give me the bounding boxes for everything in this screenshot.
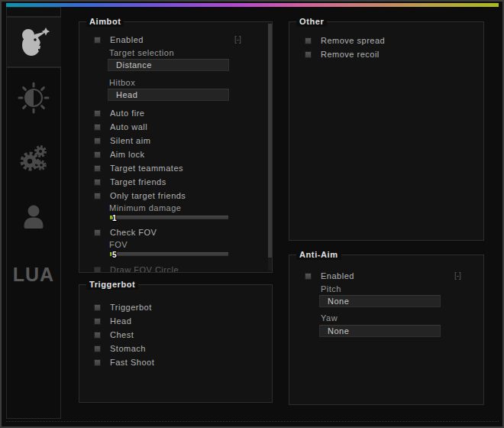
pitch-label: Pitch [321,284,341,293]
checkbox-row-trigger-chest[interactable]: Chest [94,331,134,339]
target-selection-dropdown[interactable]: Distance [108,59,229,71]
checkbox-row-only-target-friends[interactable]: Only target friends [94,192,186,200]
sun-icon [17,81,50,115]
checkbox-label: Remove recoil [321,50,380,59]
sidebar-top-box [6,7,61,17]
checkbox-label: Only target friends [110,192,186,200]
yaw-label: Yaw [321,313,338,323]
checkbox[interactable] [94,359,101,366]
dropdown-value: None [328,297,349,306]
checkbox-row-target-friends[interactable]: Target friends [94,178,166,186]
checkbox-label: Head [110,317,131,326]
sidebar-tab-settings[interactable] [7,128,60,186]
checkbox[interactable] [305,51,312,58]
dropdown-value: Head [116,90,137,99]
checkbox-row-antiaim-enabled[interactable]: Enabled [305,272,354,280]
checkbox[interactable] [94,267,101,272]
yaw-dropdown[interactable]: None [319,325,441,337]
triggerbot-group: Triggerbot Head Chest Stomach Fast Shoot… [79,284,273,403]
checkbox-row-target-teammates[interactable]: Target teammates [94,164,183,173]
aimbot-group-title: Aimbot [86,17,124,27]
checkbox-label: Check FOV [110,229,157,237]
checkbox-label: Remove spread [321,37,385,45]
checkbox-label: Silent aim [110,137,150,145]
checkbox-label: Aim lock [110,151,145,159]
aimbot-group: Enabled [-] Target selection Distance Hi… [79,21,273,273]
gears-icon [18,142,49,173]
hitbox-dropdown[interactable]: Head [108,89,229,101]
checkbox-row-trigger-head[interactable]: Head [94,317,131,326]
sidebar-tab-visuals[interactable] [7,68,60,128]
checkbox[interactable] [94,165,101,172]
dropdown-value: Distance [116,60,152,70]
checkbox[interactable] [94,332,101,339]
rainbow-accent-bar [6,3,499,7]
checkbox-row-aim-lock[interactable]: Aim lock [94,151,145,159]
checkbox-row-remove-spread[interactable]: Remove spread [305,37,385,45]
checkbox[interactable] [305,273,312,280]
cheat-menu-window: LUA Enabled [-] Target selection Distanc… [0,0,504,428]
scrollbar-thumb[interactable] [268,24,272,258]
bottom-divider [6,421,499,422]
sidebar-tab-lua[interactable]: LUA [7,245,60,304]
pitch-dropdown[interactable]: None [319,295,441,307]
sidebar-tab-players[interactable] [7,186,60,245]
scrollbar-track[interactable] [268,24,272,271]
checkbox-row-silent-aim[interactable]: Silent aim [94,137,150,145]
checkbox[interactable] [94,318,101,325]
checkbox-row-triggerbot[interactable]: Triggerbot [94,303,152,312]
checkbox-label: Auto wall [110,123,147,131]
fov-value: 5 [112,251,117,260]
checkbox[interactable] [94,110,101,117]
checkbox[interactable] [94,179,101,186]
minimum-damage-value: 1 [112,214,117,223]
minimum-damage-slider[interactable] [110,216,228,219]
triggerbot-group-title: Triggerbot [86,280,138,290]
antiaim-hotkey-bind[interactable]: [-] [454,271,461,280]
checkbox-row-fast-shoot[interactable]: Fast Shoot [94,358,154,367]
checkbox[interactable] [94,193,101,199]
checkbox-label: Stomach [110,345,146,353]
checkbox[interactable] [94,124,101,131]
antiaim-group-title: Anti-Aim [296,250,341,260]
checkbox-row-aimbot-enabled[interactable]: Enabled [94,36,144,44]
fov-slider[interactable] [110,252,228,256]
checkbox[interactable] [94,345,101,352]
other-group: Remove spread Remove recoil Other [289,21,484,241]
other-group-title: Other [296,17,327,27]
dropdown-value: None [328,326,349,336]
checkbox-label: Target teammates [110,164,183,173]
checkbox[interactable] [94,304,101,311]
checkbox-row-auto-wall[interactable]: Auto wall [94,123,147,131]
checkbox[interactable] [305,37,312,44]
checkbox-label: Enabled [321,272,354,280]
checkbox[interactable] [94,138,101,144]
checkbox-row-remove-recoil[interactable]: Remove recoil [305,50,380,59]
checkbox-row-auto-fire[interactable]: Auto fire [94,109,144,118]
sidebar-tab-aimbot[interactable] [6,17,61,67]
checkbox-row-draw-fov-circle[interactable]: Draw FOV Circle [94,266,179,272]
checkbox[interactable] [94,229,101,236]
person-icon [19,202,48,231]
lua-tab-label: LUA [13,264,54,286]
checkbox-label: Enabled [110,36,144,44]
checkbox-label: Fast Shoot [110,358,154,367]
checkbox-label: Triggerbot [110,303,152,312]
target-selection-label: Target selection [109,48,174,57]
sidebar: LUA [6,67,61,419]
checkbox-label: Chest [110,331,134,339]
minimum-damage-label: Minimum damage [109,203,181,212]
hitbox-label: Hitbox [109,78,135,87]
checkbox[interactable] [94,37,101,44]
checkbox[interactable] [94,151,101,158]
checkbox-label: Draw FOV Circle [110,266,179,272]
checkbox-row-check-fov[interactable]: Check FOV [94,229,157,237]
checkbox-label: Auto fire [110,109,144,118]
aimbot-hotkey-bind[interactable]: [-] [234,35,241,44]
fov-label: FOV [109,240,128,249]
checkbox-label: Target friends [110,178,166,186]
antiaim-group: Enabled [-] Pitch None Yaw None Anti-Aim [289,255,484,405]
checkbox-row-trigger-stomach[interactable]: Stomach [94,345,146,353]
headshot-icon [19,27,50,57]
